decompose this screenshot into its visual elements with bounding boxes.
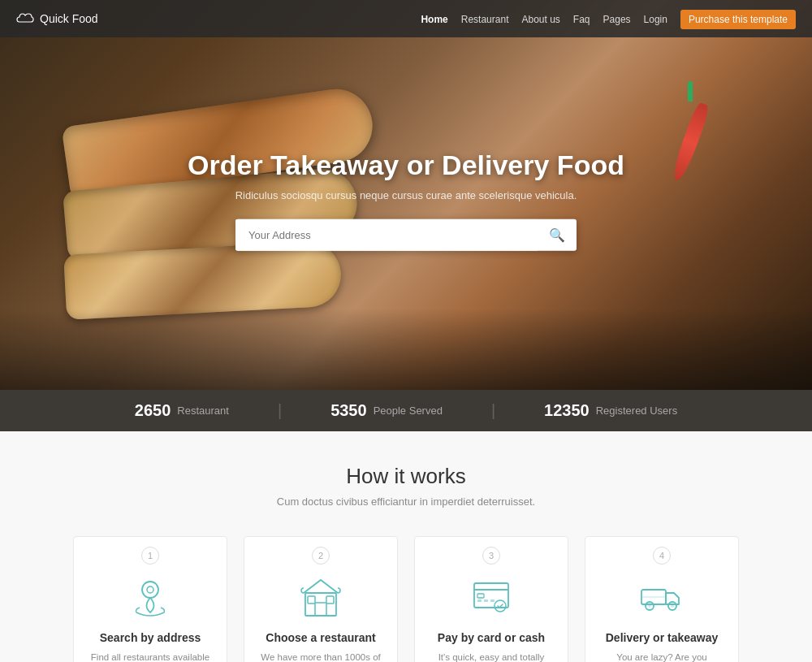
nav-item-restaurant[interactable]: Restaurant	[461, 11, 509, 26]
search-icon: 🔍	[549, 228, 565, 242]
step-card-4: 4 Delivery or takeaway You are lazy? Are…	[585, 536, 739, 662]
cloud-icon	[16, 12, 34, 25]
how-subtitle: Cum doctus civibus efficiantur in imperd…	[16, 495, 796, 508]
svg-rect-6	[474, 583, 508, 608]
pepper-body	[669, 102, 710, 183]
restaurant-storefront-icon	[296, 573, 345, 618]
svg-rect-10	[484, 599, 488, 602]
stat-people: 5350 People Served	[330, 401, 443, 420]
step-number-1: 1	[141, 547, 159, 565]
svg-rect-3	[315, 603, 326, 616]
nav-item-purchase[interactable]: Purchase this template	[680, 11, 796, 26]
nav-link-home[interactable]: Home	[421, 14, 447, 25]
svg-rect-4	[308, 596, 315, 604]
pepper-stem	[688, 81, 693, 102]
hero-pepper	[666, 81, 715, 211]
stat-users: 12350 Registered Users	[544, 401, 677, 420]
nav-link-restaurant[interactable]: Restaurant	[461, 14, 509, 25]
stat-divider-1: |	[278, 401, 282, 420]
how-title: How it works	[16, 464, 796, 489]
svg-point-1	[147, 586, 153, 593]
svg-point-15	[648, 604, 651, 608]
stat-restaurants: 2650 Restaurant	[135, 401, 229, 420]
svg-rect-5	[326, 596, 334, 604]
step-card-2: 2 Choose a restaurant We have more than …	[244, 536, 398, 662]
hero-overlay	[0, 309, 812, 390]
steps-grid: 1 Search by address Find all restaurants…	[57, 536, 755, 662]
hero-content: Order Takeaway or Delivery Food Ridiculu…	[162, 149, 650, 251]
stat-label-restaurants: Restaurant	[177, 405, 229, 417]
step-desc-1: Find all restaurants available in your z…	[90, 651, 210, 662]
stat-label-users: Registered Users	[596, 405, 677, 417]
stat-number-people: 5350	[330, 401, 367, 420]
step-desc-4: You are lazy? Are you backing home?	[602, 651, 722, 662]
brand-name: Quick Food	[40, 12, 98, 25]
nav-item-home[interactable]: Home	[421, 11, 447, 26]
hero-title: Order Takeaway or Delivery Food	[162, 149, 650, 181]
step-name-1: Search by address	[90, 631, 210, 644]
step-name-3: Pay by card or cash	[431, 631, 551, 644]
nav-item-about[interactable]: About us	[521, 11, 559, 26]
search-button[interactable]: 🔍	[538, 219, 577, 251]
delivery-truck-icon	[637, 573, 686, 618]
stat-number-restaurants: 2650	[135, 401, 171, 420]
nav-link-purchase[interactable]: Purchase this template	[680, 10, 796, 29]
hero-section: Order Takeaway or Delivery Food Ridiculu…	[0, 0, 812, 390]
nav-link-pages[interactable]: Pages	[603, 14, 631, 25]
brand-logo[interactable]: Quick Food	[16, 12, 98, 25]
step-number-3: 3	[482, 547, 500, 565]
nav-link-about[interactable]: About us	[521, 14, 559, 25]
step-card-1: 1 Search by address Find all restaurants…	[73, 536, 227, 662]
svg-rect-9	[477, 599, 482, 602]
how-it-works-section: How it works Cum doctus civibus effician…	[0, 431, 812, 662]
stat-label-people: People Served	[374, 405, 443, 417]
stats-bar: 2650 Restaurant | 5350 People Served | 1…	[0, 390, 812, 431]
step-name-4: Delivery or takeaway	[602, 631, 722, 644]
step-number-4: 4	[653, 547, 671, 565]
step-name-2: Choose a restaurant	[261, 631, 381, 644]
step-desc-3: It's quick, easy and totally secure.	[431, 651, 551, 662]
svg-point-0	[142, 582, 158, 598]
location-pin-icon	[126, 573, 175, 618]
svg-rect-11	[490, 599, 495, 602]
search-bar[interactable]: 🔍	[235, 219, 577, 251]
nav-item-faq[interactable]: Faq	[573, 11, 590, 26]
step-card-3: 3 Pay by card or cash It's quick, easy a…	[414, 536, 568, 662]
nav-item-login[interactable]: Login	[644, 11, 667, 26]
svg-point-17	[671, 604, 674, 608]
nav-link-login[interactable]: Login	[644, 14, 667, 25]
svg-rect-8	[477, 594, 484, 598]
step-number-2: 2	[312, 547, 330, 565]
nav-link-faq[interactable]: Faq	[573, 14, 590, 25]
payment-card-icon	[467, 573, 516, 618]
nav-item-pages[interactable]: Pages	[603, 11, 631, 26]
navbar: Quick Food Home Restaurant About us Faq …	[0, 0, 812, 37]
address-input[interactable]	[235, 219, 538, 251]
stat-divider-2: |	[491, 401, 495, 420]
hero-subtitle: Ridiculus sociosqu cursus neque cursus c…	[162, 189, 650, 201]
stat-number-users: 12350	[544, 401, 590, 420]
nav-links: Home Restaurant About us Faq Pages Login…	[421, 11, 796, 26]
step-desc-2: We have more than 1000s of menus online	[261, 651, 381, 662]
